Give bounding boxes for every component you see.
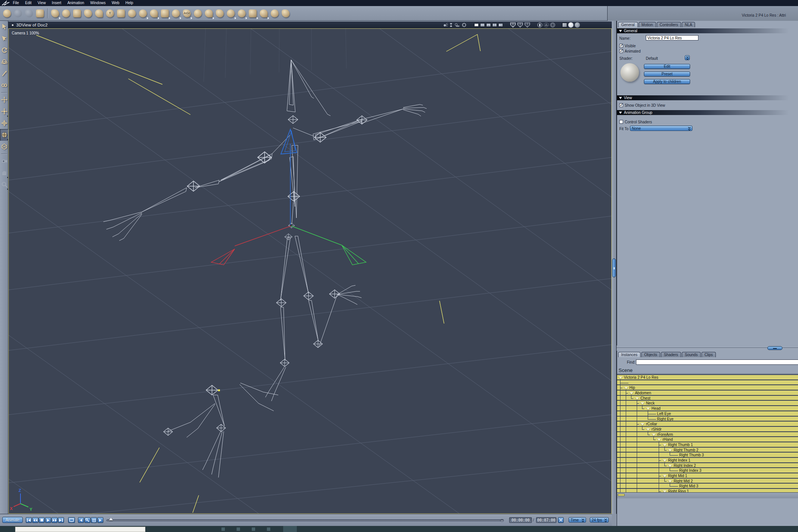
control-shaders-checkbox[interactable] <box>619 120 623 124</box>
go-to-start-button[interactable] <box>26 517 32 523</box>
apply-to-children-button[interactable]: Apply to children <box>644 79 690 84</box>
expand-triangle-icon[interactable] <box>657 439 661 441</box>
add-keyframe-button[interactable] <box>84 517 90 523</box>
current-time-field[interactable]: 00:00:00 <box>509 517 532 523</box>
insert-metaball-icon[interactable] <box>83 8 93 19</box>
expand-triangle-icon[interactable] <box>652 434 656 436</box>
tree-row-right-index-1[interactable]: Right Index 1 <box>617 458 798 463</box>
edit-button[interactable]: Edit <box>644 64 690 69</box>
animated-checkbox[interactable] <box>619 49 623 53</box>
expand-triangle-icon[interactable] <box>641 423 644 426</box>
insert-torus-icon[interactable] <box>94 8 104 19</box>
insert-target-icon[interactable] <box>270 8 280 19</box>
fit-to-dropdown[interactable]: None <box>630 126 692 131</box>
zoom-tool[interactable] <box>0 179 8 190</box>
tab-objects[interactable]: Objects <box>641 352 660 357</box>
tree-row-hip[interactable]: Hip <box>617 385 798 390</box>
viewport-collapse-icon[interactable] <box>11 24 14 26</box>
shader-dropdown-button[interactable] <box>685 55 690 60</box>
scene-link-icon[interactable] <box>449 23 453 27</box>
taskbar-window-item[interactable] <box>15 527 145 532</box>
insert-plant-icon[interactable] <box>171 8 181 19</box>
expand-triangle-icon[interactable] <box>619 376 622 379</box>
rotate-manipulator-tool[interactable] <box>0 117 8 129</box>
menu-help[interactable]: Help <box>122 0 136 6</box>
tree-row-rforearm[interactable]: rForeArm <box>617 432 798 437</box>
insert-capsule-icon[interactable] <box>204 8 214 19</box>
section-header-animation-group[interactable]: Animation Group <box>617 110 798 115</box>
insert-hand-icon[interactable] <box>215 8 225 19</box>
tree-row-rcollar[interactable]: rCollar <box>617 422 798 427</box>
tab-general[interactable]: General <box>618 22 638 27</box>
wire-shield-icon-2[interactable] <box>517 22 523 28</box>
section-header-view[interactable]: View <box>617 95 798 100</box>
animate-button[interactable]: Animate <box>2 517 23 523</box>
tree-row-victoria-2-p4-lo-res[interactable]: Victoria 2 P4 Lo Res <box>617 375 798 380</box>
camera-dolly-tool[interactable] <box>0 155 8 167</box>
tree-row-empty[interactable] <box>617 380 798 386</box>
fast-forward-button[interactable] <box>51 517 58 523</box>
tree-row-right-index-2[interactable]: Right Index 2 <box>617 463 798 468</box>
panel-splitter[interactable] <box>612 21 617 514</box>
tree-row-left-eye[interactable]: Left Eye <box>617 411 798 417</box>
insert-house-icon[interactable] <box>193 8 203 19</box>
tree-row-right-mid-3[interactable]: Right Mid 3 <box>617 484 798 489</box>
tab-instances[interactable]: Instances <box>618 352 641 357</box>
menu-file[interactable]: File <box>10 0 22 6</box>
layout-split-horizontal[interactable] <box>480 23 485 27</box>
find-input[interactable] <box>636 359 798 365</box>
cube-circle-icon[interactable] <box>550 22 555 28</box>
time-scrubber-thumb[interactable] <box>109 518 113 520</box>
tree-row-right-thumb-2[interactable]: Right Thumb 2 <box>617 448 798 453</box>
expand-triangle-icon[interactable] <box>646 428 650 431</box>
tab-clips[interactable]: Clips <box>701 352 716 357</box>
insert-text-icon[interactable]: T <box>105 8 115 19</box>
tree-row-rshldr[interactable]: rShldr <box>617 427 798 432</box>
tree-row-chest[interactable]: Chest <box>617 396 798 401</box>
menu-windows[interactable]: Windows <box>87 0 109 6</box>
time-scrubber-track[interactable] <box>106 520 503 521</box>
tab-nla[interactable]: NLA <box>682 22 695 27</box>
render-preview-button[interactable] <box>68 517 75 523</box>
expand-triangle-icon[interactable] <box>668 480 672 483</box>
horizontal-panel-splitter[interactable] <box>617 345 798 351</box>
tab-shaders[interactable]: Shaders <box>661 352 681 357</box>
menu-insert[interactable]: Insert <box>49 0 64 6</box>
splitter-pill-handle[interactable] <box>767 346 782 350</box>
scrollbar-thumb[interactable] <box>618 494 625 496</box>
taskbar-icon[interactable] <box>237 527 240 531</box>
section-header-general[interactable]: General <box>617 28 798 33</box>
preset-button[interactable]: Preset <box>644 72 690 76</box>
expand-triangle-icon[interactable] <box>630 392 633 395</box>
tab-sounds[interactable]: Sounds <box>682 352 701 357</box>
expand-triangle-icon[interactable] <box>663 444 667 446</box>
tree-row-right-thumb-1[interactable]: Right Thumb 1 <box>617 442 798 448</box>
tree-row-right-ring-1[interactable]: Right Ring 1 <box>617 489 798 492</box>
previous-keyframe-button[interactable] <box>78 517 84 523</box>
layout-split-three[interactable] <box>486 23 491 27</box>
pan-mode-tool-icon[interactable] <box>13 8 23 19</box>
taskbar-icon[interactable] <box>267 527 270 531</box>
taskbar-active-item[interactable] <box>283 526 297 532</box>
layout-split-corner[interactable] <box>498 23 503 27</box>
expand-triangle-icon[interactable] <box>624 387 628 389</box>
spray-light-icon[interactable] <box>443 23 448 27</box>
insert-particles-icon[interactable] <box>116 8 126 19</box>
insert-agr-icon[interactable]: AGr <box>182 8 192 19</box>
universal-manipulator-tool[interactable] <box>0 129 8 141</box>
bright-sphere-icon[interactable] <box>568 22 574 28</box>
tree-row-right-mid-1[interactable]: Right Mid 1 <box>617 473 798 479</box>
tree-row-neck[interactable]: Neck <box>617 401 798 406</box>
camera-up-circle-icon[interactable] <box>537 22 542 28</box>
go-to-end-button[interactable] <box>58 517 64 523</box>
bone-rig-tool-icon[interactable] <box>2 8 12 19</box>
link-tool[interactable] <box>0 79 8 91</box>
insert-cloud-icon[interactable] <box>149 8 159 19</box>
wire-shield-icon-3[interactable] <box>524 22 530 28</box>
layout-single-pane[interactable] <box>474 23 479 27</box>
expand-triangle-icon[interactable] <box>641 402 644 405</box>
shaded-cube-icon[interactable] <box>562 23 567 27</box>
knife-tool[interactable] <box>0 68 8 79</box>
expand-triangle-icon[interactable] <box>663 475 667 478</box>
tree-row-right-thumb-3[interactable]: Right Thumb 3 <box>617 453 798 458</box>
